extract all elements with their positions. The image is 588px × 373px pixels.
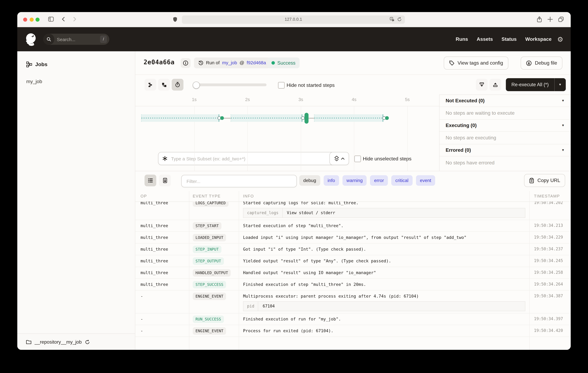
level-chip-warning[interactable]: warning [343,175,367,186]
reexecute-all-button[interactable]: Re-execute All (*) ▼ [506,78,566,91]
zoom-slider-track[interactable] [196,83,266,86]
table-row[interactable]: multi_threeSTEP_INPUTGot input "i" of ty… [135,243,571,255]
nav-item-status[interactable]: Status [502,36,517,42]
event-type-badge: STEP_START [193,222,221,230]
step-subset-input[interactable] [170,156,330,162]
sidebar-item-my-job[interactable]: my_job [26,78,42,85]
op-selector-icon [162,156,168,161]
browser-toolbar: 127.0.0.1 A [17,12,571,27]
gantt-step-span-2[interactable] [231,114,302,122]
metadata-value[interactable]: 67104 [258,304,279,309]
cell-op: multi_three [135,201,189,206]
info-text: Handled output "result" using IO manager… [243,270,526,275]
app-header: / RunsAssetsStatusWorkspace ⚙ [17,27,571,51]
gridline [407,106,408,171]
sidebar-toggle-icon[interactable] [48,16,54,22]
expand-all-icon[interactable] [490,79,501,90]
table-row[interactable]: multi_threeSTEP_SUCCESSFinished executio… [135,279,571,290]
table-row[interactable]: -ENGINE_EVENTProcess for run exited (pid… [135,325,571,337]
forward-icon[interactable] [72,16,77,22]
debug-file-button[interactable]: Debug file [521,56,562,69]
cell-event-type: ENGINE_EVENT [189,325,239,335]
run-of-label: Run of [206,60,220,66]
fullscreen-window-button[interactable] [35,18,40,22]
view-tags-config-button[interactable]: View tags and config [444,56,508,69]
snapshot-link[interactable]: f92d468a [247,60,266,66]
new-tab-icon[interactable] [547,16,553,22]
gantt-marker-filled[interactable] [385,116,389,120]
event-type-badge: STEP_OUTPUT [193,257,224,265]
repository-name[interactable]: __repository__my_job [35,339,82,345]
step-subset-field[interactable] [158,152,335,165]
translate-icon[interactable]: A [390,17,395,22]
minimize-window-button[interactable] [30,18,34,22]
gantt-flat-view-button[interactable] [145,79,156,90]
nav-item-workspace[interactable]: Workspace [525,36,552,42]
gantt-marker-filled[interactable] [220,116,224,120]
table-row[interactable]: -RUN_SUCCESSFinished execution of run fo… [135,313,571,325]
log-list-view-button[interactable] [145,175,156,186]
close-window-button[interactable] [23,18,27,22]
tab-overview-icon[interactable] [558,16,564,22]
url-bar[interactable]: 127.0.0.1 A [182,15,405,24]
metadata-label: pid [243,302,258,311]
reload-icon[interactable] [397,17,402,22]
nav-item-assets[interactable]: Assets [477,36,493,42]
gantt-step-span-1[interactable] [141,114,220,122]
at-symbol: @ [240,60,244,66]
cell-info: Started capturing logs for solid: multi_… [239,201,529,218]
panel-section-1-header[interactable]: Not Executed (0)▼ [440,95,571,107]
level-chip-debug[interactable]: debug [299,175,320,186]
panel-section-2-header[interactable]: Executing (0)▼ [440,120,571,132]
panel-section-3-message: No steps have errored [440,156,571,171]
nav-item-runs[interactable]: Runs [456,36,468,42]
table-row[interactable]: multi_threeLOGS_CAPTUREDStarted capturin… [135,201,571,220]
search-input[interactable] [54,37,96,42]
hide-not-started-checkbox[interactable] [278,82,285,89]
apply-step-subset-button[interactable] [329,152,349,165]
event-type-badge: RUN_SUCCESS [193,316,224,323]
hide-unselected-checkbox[interactable] [354,155,361,162]
event-type-badge: STEP_SUCCESS [193,281,226,288]
gantt-step-span-3[interactable] [314,114,383,122]
panel-section-title: Not Executed (0) [446,98,485,104]
cell-info: Got input "i" of type "Int". (Type check… [239,243,529,252]
panel-section-2-message: No steps are executing [440,132,571,144]
level-chip-critical[interactable]: critical [391,175,412,186]
job-graph-icon [26,62,32,67]
level-chip-info[interactable]: info [324,175,339,186]
table-row[interactable]: multi_threeHANDLED_OUTPUTHandled output … [135,267,571,279]
job-link[interactable]: my_job [222,60,237,66]
table-row[interactable]: multi_threeSTEP_OUTPUTYielded output "re… [135,255,571,267]
share-icon[interactable] [536,16,543,23]
col-info: INFO [239,194,529,199]
hide-unselected-label[interactable]: Hide unselected steps [363,156,411,162]
collapse-all-icon[interactable] [476,79,488,90]
global-search[interactable]: / [43,34,109,45]
dagster-logo[interactable] [24,33,38,46]
metadata-value[interactable]: View stdout / stderr [283,210,340,216]
reexecute-dropdown-caret[interactable]: ▼ [554,78,566,91]
table-row[interactable]: multi_threeSTEP_STARTStarted execution o… [135,220,571,232]
refresh-icon[interactable] [85,340,90,344]
gantt-timed-view-button[interactable] [172,79,183,90]
gear-icon[interactable]: ⚙ [557,35,563,44]
cell-info: Process for run exited (pid: 67104). [239,325,529,333]
level-chip-error[interactable]: error [370,175,388,186]
log-filter-input[interactable] [186,178,292,184]
gantt-marker-open[interactable] [301,116,305,120]
run-info-icon[interactable] [181,58,190,68]
copy-url-button[interactable]: Copy URL [524,174,565,187]
back-icon[interactable] [61,16,66,22]
gantt-waterfall-view-button[interactable] [158,79,170,90]
event-type-badge: HANDLED_OUTPUT [193,269,231,276]
level-chip-event[interactable]: event [416,175,435,186]
table-row[interactable]: -ENGINE_EVENTMultiprocess executor: pare… [135,290,571,313]
log-filter-field[interactable] [181,175,297,187]
log-structured-view-button[interactable] [159,175,171,186]
panel-section-3-header[interactable]: Errored (0)▼ [440,144,571,156]
hide-not-started-label[interactable]: Hide not started steps [287,82,335,88]
gantt-marker-bar[interactable] [304,113,308,124]
table-row[interactable]: multi_threeLOADED_INPUTLoaded input "i" … [135,232,571,243]
zoom-slider-knob[interactable] [193,82,200,89]
